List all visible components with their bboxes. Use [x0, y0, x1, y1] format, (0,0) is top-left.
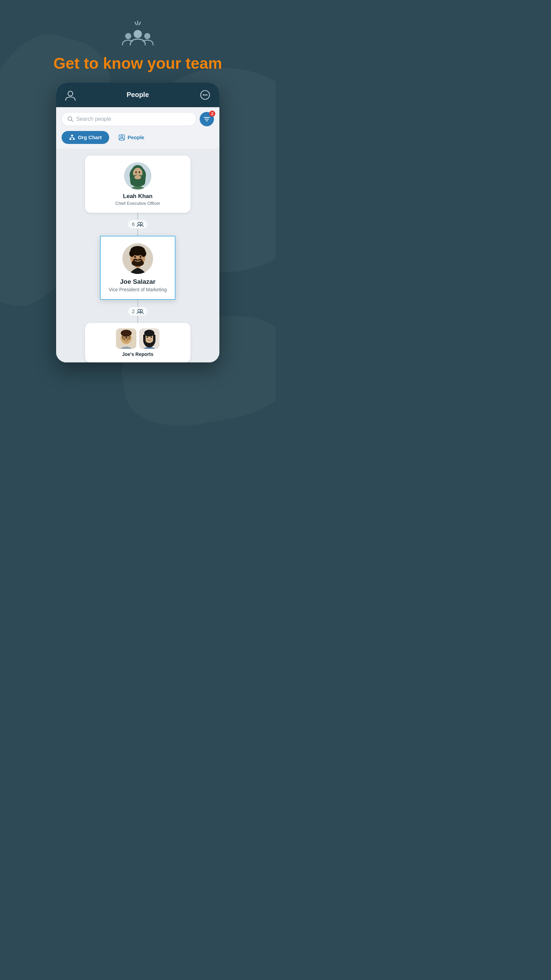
svg-point-6	[68, 91, 73, 96]
phone-mockup: People Search people 2	[56, 83, 219, 363]
svg-point-65	[151, 337, 152, 338]
svg-point-10	[206, 94, 208, 95]
org-chart-area: Leah Khan Chief Executive Officer 6	[56, 149, 219, 363]
vp-reports-badge[interactable]: 2	[127, 307, 148, 316]
svg-rect-15	[73, 138, 75, 140]
svg-line-12	[71, 120, 73, 121]
ceo-title: Chief Executive Officer	[115, 201, 160, 206]
app-title: People	[127, 91, 149, 99]
svg-point-27	[135, 171, 137, 173]
svg-point-28	[139, 171, 140, 173]
svg-point-64	[147, 337, 148, 338]
team-icon	[121, 21, 155, 48]
ceo-reports-count: 6	[132, 221, 135, 227]
org-chart-icon	[69, 134, 75, 140]
search-icon	[67, 116, 73, 122]
chat-icon[interactable]	[199, 89, 211, 101]
svg-point-4	[134, 30, 142, 38]
profile-icon[interactable]	[64, 89, 76, 101]
svg-rect-63	[153, 334, 156, 342]
vp-reports-count: 2	[132, 309, 135, 314]
svg-point-56	[128, 337, 129, 338]
top-section: Get to know your team	[53, 0, 222, 83]
svg-point-49	[121, 330, 132, 337]
reports-icon	[137, 221, 143, 227]
svg-line-1	[135, 22, 137, 25]
tab-people-label: People	[127, 134, 144, 140]
vp-reports-icon	[137, 309, 143, 314]
svg-point-42	[134, 256, 136, 258]
vp-name: Joe Salazar	[120, 278, 156, 285]
ceo-connector: 6	[127, 213, 148, 236]
tab-bar: Org Chart People	[56, 131, 219, 149]
vp-title: Vice President of Marketing	[109, 287, 167, 292]
filter-button[interactable]: 2	[200, 112, 214, 126]
vp-avatar	[122, 243, 153, 274]
search-input-container[interactable]: Search people	[62, 112, 196, 126]
reports-label: Joe's Reports	[122, 352, 153, 357]
svg-line-54	[130, 337, 130, 337]
search-placeholder: Search people	[76, 116, 111, 122]
people-icon	[119, 134, 125, 140]
svg-point-5	[144, 33, 150, 39]
search-area: Search people 2	[56, 107, 219, 131]
svg-rect-13	[71, 135, 73, 136]
svg-point-43	[140, 256, 141, 258]
tab-org-chart[interactable]: Org Chart	[62, 131, 109, 144]
ceo-avatar	[124, 162, 151, 189]
svg-line-2	[139, 22, 140, 25]
report-avatar-1	[116, 328, 137, 349]
svg-line-53	[122, 337, 123, 337]
svg-rect-14	[69, 138, 71, 140]
svg-point-61	[144, 330, 154, 337]
ceo-name: Leah Khan	[123, 193, 153, 200]
tab-org-label: Org Chart	[78, 134, 102, 140]
svg-point-55	[124, 337, 125, 338]
vp-card[interactable]: Joe Salazar Vice President of Marketing	[100, 236, 176, 300]
app-header: People	[56, 83, 219, 107]
filter-icon	[203, 116, 210, 123]
reports-avatars	[116, 328, 159, 349]
reports-card[interactable]: Joe's Reports	[85, 323, 191, 363]
report-avatar-2	[139, 328, 159, 349]
tab-people[interactable]: People	[113, 131, 150, 144]
headline: Get to know your team	[53, 54, 222, 73]
svg-point-37	[129, 250, 135, 257]
filter-badge: 2	[209, 111, 215, 117]
svg-rect-62	[143, 334, 146, 342]
svg-point-29	[134, 175, 141, 179]
svg-point-38	[141, 250, 146, 257]
ceo-reports-badge[interactable]: 6	[127, 220, 148, 229]
ceo-card[interactable]: Leah Khan Chief Executive Officer	[85, 156, 191, 213]
svg-point-3	[125, 33, 131, 39]
svg-point-9	[205, 94, 206, 95]
vp-connector: 2	[127, 300, 148, 323]
svg-point-8	[203, 94, 204, 95]
